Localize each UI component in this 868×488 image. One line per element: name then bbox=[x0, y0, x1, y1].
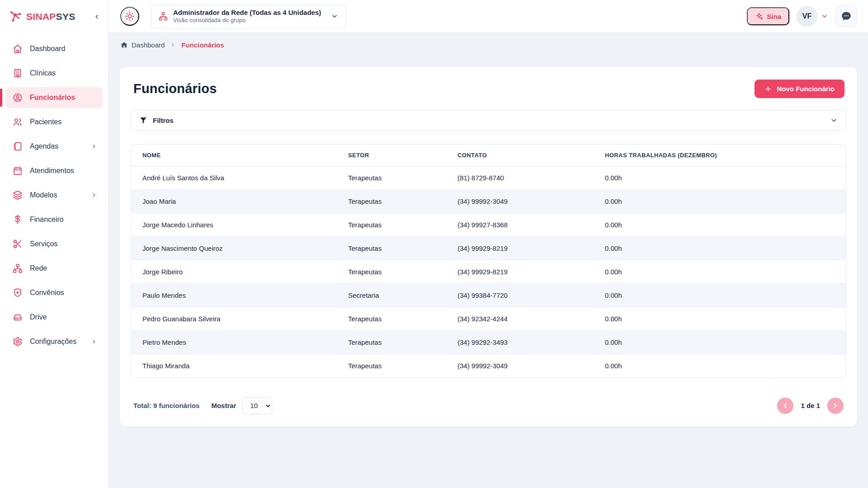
sun-icon bbox=[125, 11, 135, 21]
sidebar-item-dashboard[interactable]: Dashboard bbox=[5, 38, 103, 59]
cell-setor: Terapeutas bbox=[337, 190, 446, 213]
next-page-button[interactable] bbox=[827, 398, 844, 414]
cell-horas: 0.00h bbox=[594, 237, 846, 260]
chevron-down-icon bbox=[830, 117, 838, 124]
cell-horas: 0.00h bbox=[594, 166, 846, 190]
sidebar-item-atendimentos[interactable]: Atendimentos bbox=[5, 160, 103, 181]
chevron-down-icon bbox=[331, 13, 338, 20]
cell-horas: 0.00h bbox=[594, 213, 846, 237]
cell-setor: Terapeutas bbox=[337, 354, 446, 378]
network-icon bbox=[13, 263, 23, 273]
sidebar-item-label: Agendas bbox=[30, 142, 84, 150]
table-row[interactable]: Thiago Miranda Terapeutas (34) 99992-304… bbox=[131, 354, 846, 378]
total-count-label: Total: 9 funcionários bbox=[133, 402, 199, 409]
users-icon bbox=[13, 117, 23, 127]
page-title: Funcionários bbox=[133, 81, 217, 96]
cell-contato: (34) 99384-7720 bbox=[446, 284, 594, 307]
page-size-select[interactable]: 10 bbox=[242, 397, 272, 414]
plus-icon bbox=[764, 85, 772, 93]
cell-setor: Terapeutas bbox=[337, 307, 446, 331]
chevron-left-icon bbox=[782, 402, 789, 409]
sidebar-item-pacientes[interactable]: Pacientes bbox=[5, 112, 103, 132]
sidebar-item-configuracoes[interactable]: Configurações bbox=[5, 331, 103, 352]
sidebar-item-convenios[interactable]: Convênios bbox=[5, 282, 103, 303]
theme-toggle-button[interactable] bbox=[120, 7, 139, 26]
cell-nome: André Luís Santos da Silva bbox=[131, 166, 337, 190]
sidebar-item-label: Atendimentos bbox=[30, 167, 97, 175]
sidebar-item-label: Configurações bbox=[30, 338, 84, 346]
table-footer: Total: 9 funcionários Mostrar 10 1 de 1 bbox=[131, 397, 846, 414]
cell-setor: Terapeutas bbox=[337, 166, 446, 190]
cell-setor: Terapeutas bbox=[337, 331, 446, 354]
table-row[interactable]: Pietro Mendes Terapeutas (34) 99292-3493… bbox=[131, 331, 846, 354]
column-header-setor: SETOR bbox=[337, 145, 446, 166]
cell-nome: Pietro Mendes bbox=[131, 331, 337, 354]
chevron-right-icon bbox=[91, 192, 97, 198]
table-row[interactable]: Jorge Nascimento Queiroz Terapeutas (34)… bbox=[131, 237, 846, 260]
sidebar-item-modelos[interactable]: Modelos bbox=[5, 185, 103, 206]
dollar-icon bbox=[13, 215, 23, 225]
sidebar-item-label: Convênios bbox=[30, 289, 97, 297]
filters-toggle[interactable]: Filtros bbox=[131, 110, 846, 131]
sina-assistant-button[interactable]: Sina bbox=[747, 7, 789, 25]
user-menu[interactable]: VF bbox=[797, 6, 828, 27]
new-employee-button[interactable]: Novo Funcionário bbox=[755, 80, 845, 98]
cell-nome: Jorge Nascimento Queiroz bbox=[131, 237, 337, 260]
sidebar-item-agendas[interactable]: Agendas bbox=[5, 136, 103, 157]
sidebar-item-drive[interactable]: Drive bbox=[5, 307, 103, 328]
brand-logo-icon bbox=[9, 10, 23, 23]
sidebar-item-label: Dashboard bbox=[30, 45, 97, 53]
cell-horas: 0.00h bbox=[594, 307, 846, 331]
employee-table: NOME SETOR CONTATO HORAS TRABALHADAS (DE… bbox=[131, 144, 846, 378]
sidebar-menu: Dashboard Clínicas Funcionários Paciente… bbox=[0, 33, 108, 352]
unit-selector-dropdown[interactable]: Administrador da Rede (Todas as 4 Unidad… bbox=[151, 4, 346, 28]
column-header-nome: NOME bbox=[131, 145, 337, 166]
cell-setor: Terapeutas bbox=[337, 213, 446, 237]
cell-setor: Terapeutas bbox=[337, 237, 446, 260]
topbar-right: Sina VF bbox=[747, 5, 857, 27]
shield-plus-icon bbox=[13, 288, 23, 298]
table-row[interactable]: Joao Maria Terapeutas (34) 99992-3049 0.… bbox=[131, 190, 846, 213]
sidebar-item-label: Pacientes bbox=[30, 118, 97, 126]
clinic-building-icon bbox=[13, 68, 23, 78]
sina-label: Sina bbox=[767, 13, 781, 20]
table-row[interactable]: Pedro Guanabara Silveira Terapeutas (34)… bbox=[131, 307, 846, 331]
sidebar-collapse-button[interactable] bbox=[94, 14, 100, 20]
sidebar-item-label: Serviços bbox=[30, 240, 97, 248]
unit-selector-subtitle: Visão consolidada do grupo bbox=[173, 17, 321, 24]
previous-page-button[interactable] bbox=[777, 398, 793, 414]
table-row[interactable]: Jorge Ribeiro Terapeutas (34) 99929-8219… bbox=[131, 260, 846, 284]
cell-nome: Jorge Macedo Linhares bbox=[131, 213, 337, 237]
breadcrumb-dashboard-link[interactable]: Dashboard bbox=[120, 41, 165, 49]
cell-nome: Thiago Miranda bbox=[131, 354, 337, 378]
filter-funnel-icon bbox=[139, 116, 147, 124]
chat-button[interactable] bbox=[835, 5, 857, 27]
cell-horas: 0.00h bbox=[594, 190, 846, 213]
table-row[interactable]: André Luís Santos da Silva Terapeutas (8… bbox=[131, 166, 846, 190]
sidebar-item-rede[interactable]: Rede bbox=[5, 258, 103, 279]
sidebar-item-label: Drive bbox=[30, 313, 97, 321]
cell-horas: 0.00h bbox=[594, 354, 846, 378]
unit-selector-texts: Administrador da Rede (Todas as 4 Unidad… bbox=[173, 9, 321, 24]
sidebar-item-label: Rede bbox=[30, 264, 97, 272]
home-icon bbox=[13, 44, 23, 54]
sidebar-item-funcionarios[interactable]: Funcionários bbox=[5, 87, 103, 108]
network-icon bbox=[159, 12, 168, 21]
table-header-row: NOME SETOR CONTATO HORAS TRABALHADAS (DE… bbox=[131, 145, 846, 166]
sidebar-item-clinicas[interactable]: Clínicas bbox=[5, 63, 103, 84]
sidebar-item-financeiro[interactable]: Financeiro bbox=[5, 209, 103, 230]
chevron-down-icon bbox=[821, 13, 828, 20]
sidebar-item-label: Funcionários bbox=[30, 94, 97, 102]
pagination: 1 de 1 bbox=[777, 398, 844, 414]
sidebar: SINAPSYS Dashboard Clínicas Funcionários bbox=[0, 0, 108, 488]
sidebar-item-label: Clínicas bbox=[30, 69, 97, 77]
avatar: VF bbox=[797, 6, 817, 27]
cell-contato: (34) 99929-8219 bbox=[446, 237, 594, 260]
cell-nome: Jorge Ribeiro bbox=[131, 260, 337, 284]
table-row[interactable]: Paulo Mendes Secretaria (34) 99384-7720 … bbox=[131, 284, 846, 307]
chevron-right-icon bbox=[91, 338, 97, 345]
table-row[interactable]: Jorge Macedo Linhares Terapeutas (34) 99… bbox=[131, 213, 846, 237]
breadcrumb-home-label: Dashboard bbox=[132, 41, 165, 49]
cell-horas: 0.00h bbox=[594, 331, 846, 354]
sidebar-item-servicos[interactable]: Serviços bbox=[5, 234, 103, 254]
